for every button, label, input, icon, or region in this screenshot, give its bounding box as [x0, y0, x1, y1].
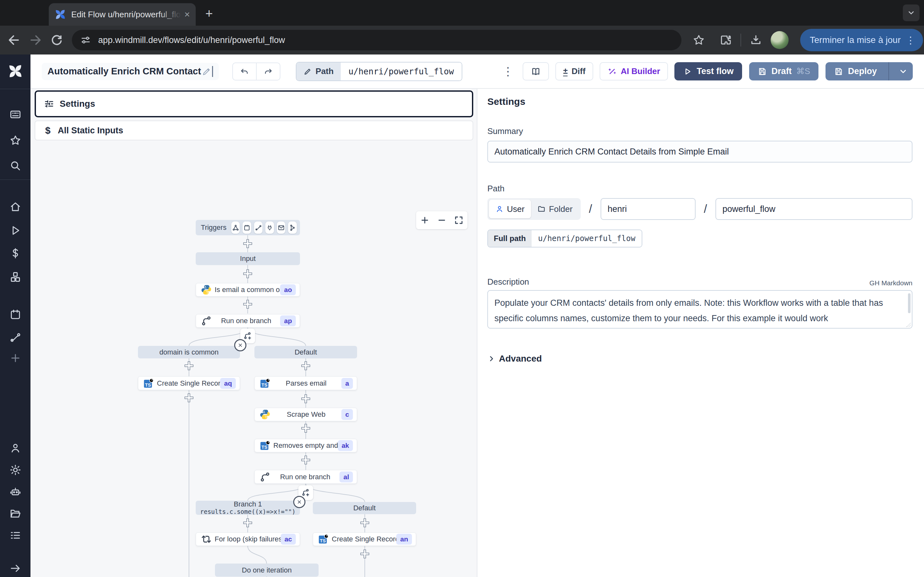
kafka-icon[interactable] — [288, 221, 297, 234]
insert-step-plus-button[interactable] — [359, 548, 371, 560]
insert-step-plus-button[interactable] — [242, 517, 254, 529]
profile-avatar[interactable] — [771, 31, 788, 49]
sidebar-resources-cubes-icon[interactable] — [9, 271, 21, 283]
insert-step-plus-button[interactable] — [300, 422, 312, 434]
node-label: Default — [353, 504, 376, 512]
url-bar[interactable]: app.windmill.dev/flows/edit/u/henri/powe… — [72, 30, 682, 50]
sidebar-schedules-calendar-icon[interactable] — [9, 308, 21, 321]
svg-text:TS: TS — [320, 538, 326, 543]
flow-node[interactable]: TSRemoves empty and duplicatesak — [254, 439, 357, 452]
owner-kind-toggle: User Folder — [487, 198, 581, 220]
node-id-badge: al — [339, 472, 353, 482]
sidebar-search-icon[interactable] — [9, 160, 21, 172]
flow-node[interactable]: Run one branchal — [254, 470, 357, 484]
flow-node[interactable]: Scrape Webc — [254, 408, 357, 421]
reload-icon[interactable] — [49, 33, 63, 47]
sidebar-add-plus-icon[interactable] — [9, 352, 21, 364]
tab-close-icon[interactable]: × — [184, 9, 190, 20]
route-icon[interactable] — [254, 221, 263, 234]
forward-icon[interactable] — [28, 33, 42, 47]
sidebar-expand-arrow-icon[interactable] — [9, 562, 21, 574]
sidebar-variables-dollar-icon[interactable] — [9, 247, 21, 259]
sidebar-triggers-route-icon[interactable] — [9, 332, 21, 343]
resize-handle[interactable] — [906, 322, 911, 327]
insert-step-plus-button[interactable] — [183, 360, 195, 372]
flow-node[interactable]: TSCreate Single Record (Airtable)an — [313, 532, 416, 546]
flow-node[interactable]: Default — [254, 346, 357, 358]
diff-button[interactable]: ±Diff — [556, 62, 593, 81]
insert-step-plus-button[interactable] — [242, 298, 254, 310]
flow-node[interactable]: For loop (skip failures)ac — [196, 532, 300, 546]
webhook-icon[interactable] — [231, 221, 240, 234]
plug-icon[interactable] — [265, 221, 274, 234]
browser-tab[interactable]: Edit Flow u/henri/powerful_flo × — [49, 3, 196, 26]
scrollbar[interactable] — [908, 293, 911, 313]
test-flow-button[interactable]: Test flow — [674, 62, 742, 81]
sidebar-folders-icon[interactable] — [9, 508, 21, 520]
all-static-inputs-card[interactable]: $ All Static Inputs — [35, 121, 473, 140]
site-controls-icon[interactable] — [80, 35, 91, 45]
path-chip[interactable]: Path u/henri/powerful_flow — [296, 62, 462, 81]
back-icon[interactable] — [7, 33, 21, 47]
insert-step-plus-button[interactable] — [300, 360, 312, 372]
undo-button[interactable] — [233, 63, 256, 80]
insert-step-plus-button[interactable] — [183, 392, 195, 404]
windmill-logo[interactable] — [8, 63, 23, 79]
folder-toggle[interactable]: Folder — [531, 200, 579, 218]
flow-node[interactable]: TSParses emaila — [254, 376, 357, 390]
download-icon[interactable] — [750, 34, 762, 47]
flow-node[interactable]: Is email a common one?ao — [196, 283, 300, 297]
sidebar-account-user-icon[interactable] — [9, 442, 21, 454]
deploy-dropdown-chevron-icon[interactable] — [893, 67, 913, 76]
ai-builder-button[interactable]: AI Builder — [599, 62, 668, 81]
advanced-toggle[interactable]: Advanced — [487, 354, 913, 364]
insert-step-plus-button[interactable] — [300, 454, 312, 466]
sidebar-logs-list-icon[interactable] — [9, 529, 21, 542]
summary-input[interactable]: Automatically Enrich CRM Contact Details… — [487, 141, 913, 163]
more-kebab-icon[interactable]: ⋮ — [502, 66, 514, 77]
draft-button[interactable]: Draft⌘S — [749, 62, 819, 81]
settings-card[interactable]: Settings — [35, 90, 473, 117]
deploy-button[interactable]: Deploy — [825, 62, 913, 81]
book-icon — [531, 67, 541, 76]
sidebar-settings-gear-icon[interactable] — [9, 464, 21, 476]
remove-branch-button[interactable] — [293, 496, 305, 508]
bookmark-star-icon[interactable] — [692, 34, 705, 47]
insert-step-plus-button[interactable] — [359, 517, 371, 529]
flow-node[interactable]: Default — [313, 502, 416, 514]
flow-node[interactable]: domain is common — [138, 346, 240, 358]
flow-node[interactable]: Triggers — [196, 220, 300, 235]
zoom-out-icon[interactable] — [437, 215, 447, 225]
path-user-input[interactable]: henri — [601, 198, 696, 220]
flow-node[interactable]: Input — [196, 252, 300, 265]
flow-canvas[interactable]: TriggersInputIs email a common one?aoRun… — [31, 143, 477, 577]
flow-title[interactable]: Automatically Enrich CRM Contact — [42, 63, 219, 80]
schedule-icon[interactable] — [242, 221, 251, 234]
docs-book-button[interactable] — [523, 62, 549, 81]
flow-node[interactable]: TSCreate Single Record (Airtable)aq — [138, 376, 240, 390]
insert-step-plus-button[interactable] — [300, 393, 312, 405]
insert-step-plus-button[interactable] — [242, 268, 254, 279]
fit-view-icon[interactable] — [454, 215, 464, 225]
new-tab-button[interactable]: + — [205, 7, 213, 20]
sidebar-home-icon[interactable] — [9, 201, 21, 213]
insert-step-plus-button[interactable] — [242, 238, 254, 250]
flow-node[interactable]: Run one branchap — [196, 314, 300, 327]
chrome-update-button[interactable]: Terminer la mise à jour⋮ — [800, 29, 923, 51]
sidebar-ai-robot-icon[interactable] — [9, 486, 21, 498]
email-icon[interactable] — [277, 221, 286, 234]
user-toggle[interactable]: User — [489, 200, 531, 218]
remove-branch-button[interactable] — [234, 339, 246, 351]
sidebar-runs-play-icon[interactable] — [9, 224, 21, 237]
flow-node[interactable]: Branch 1results.c.some((x)=>x!="") — [196, 501, 300, 515]
zoom-in-icon[interactable] — [420, 215, 430, 225]
tab-search-chevron-icon[interactable] — [903, 5, 919, 21]
sidebar-favorites-star-icon[interactable] — [9, 134, 21, 147]
path-name-input[interactable]: powerful_flow — [716, 198, 913, 220]
description-textarea[interactable]: Populate your CRM contacts' details from… — [487, 290, 913, 329]
flow-node[interactable]: Do one iteration — [215, 564, 318, 577]
extensions-puzzle-icon[interactable] — [719, 34, 732, 47]
redo-button[interactable] — [256, 63, 280, 80]
sidebar-workspace-icon[interactable] — [9, 108, 21, 121]
more-kebab-icon[interactable]: ⋮ — [906, 35, 916, 46]
